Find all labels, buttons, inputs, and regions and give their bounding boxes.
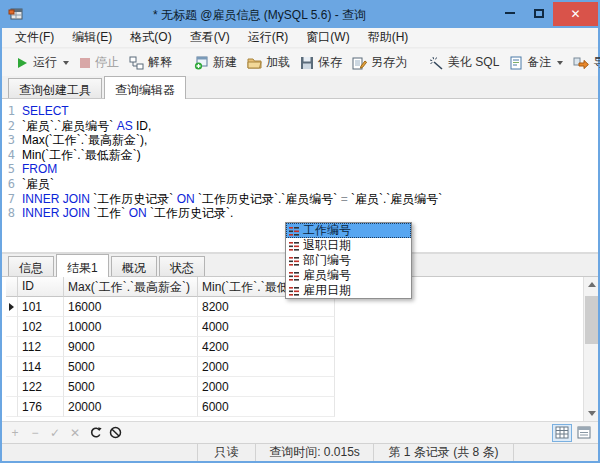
current-row-marker [6, 297, 18, 317]
menu-item-2[interactable]: 格式(O) [121, 27, 180, 48]
form-view-button[interactable] [574, 424, 594, 442]
minimize-button[interactable] [495, 2, 524, 24]
table-row: 11450002000 [6, 357, 583, 377]
table-cell[interactable]: 2000 [198, 377, 335, 397]
menu-item-1[interactable]: 编辑(E) [63, 27, 121, 48]
comment-label: 备注 [527, 54, 551, 71]
line-number: 1 [2, 104, 22, 119]
table-cell[interactable]: 176 [18, 397, 64, 417]
save-as-label: 另存为 [371, 54, 407, 71]
beautify-sql-icon [429, 56, 444, 70]
autocomplete-item-4[interactable]: 雇用日期 [286, 283, 411, 298]
current-row-marker [6, 397, 18, 417]
save-button[interactable]: 保存 [295, 51, 347, 74]
result-tab-1[interactable]: 结果1 [56, 254, 109, 277]
discard-button[interactable]: ✕ [66, 425, 84, 441]
save-as-button[interactable]: 另存为 [347, 51, 412, 74]
field-icon [288, 240, 300, 252]
load-label: 加载 [266, 54, 290, 71]
stop-icon [79, 57, 91, 69]
menu-item-4[interactable]: 运行(R) [239, 27, 298, 48]
sql-line: 3Max(`工作`.`最高薪金`), [2, 133, 598, 148]
menu-item-6[interactable]: 帮助(H) [359, 27, 418, 48]
doc-tab-0[interactable]: 查询创建工具 [8, 78, 102, 98]
table-cell[interactable]: 16000 [64, 297, 198, 317]
grid-header-1[interactable]: Max(`工作`.`最高薪金`) [64, 277, 198, 297]
table-cell[interactable]: 101 [18, 297, 64, 317]
close-button[interactable]: ✕ [553, 2, 598, 26]
form-view-icon [577, 426, 591, 439]
menu-item-5[interactable]: 窗口(W) [297, 27, 358, 48]
table-cell[interactable]: 6000 [198, 397, 335, 417]
maximize-button[interactable] [524, 2, 553, 24]
table-cell[interactable]: 9000 [64, 337, 198, 357]
result-tab-3[interactable]: 状态 [159, 256, 205, 276]
autocomplete-item-label: 雇用日期 [303, 282, 351, 299]
menu-item-3[interactable]: 查看(V) [181, 27, 239, 48]
sql-keyword: INNER JOIN [22, 206, 90, 220]
table-cell[interactable]: 5000 [64, 357, 198, 377]
apply-button[interactable]: ✓ [46, 425, 64, 441]
sql-code: INNER JOIN `工作历史记录` ON `工作历史记录`.`雇员编号` =… [22, 192, 442, 207]
explain-button[interactable]: 解释 [124, 51, 177, 74]
table-cell[interactable]: 8200 [198, 297, 335, 317]
table-cell[interactable]: 114 [18, 357, 64, 377]
line-number: 6 [2, 177, 22, 192]
add-record-button[interactable]: + [6, 425, 24, 441]
stop-button[interactable]: 停止 [74, 51, 124, 74]
current-row-marker [6, 337, 18, 357]
beautify-sql-button[interactable]: 美化 SQL [424, 51, 504, 74]
current-row-marker [6, 357, 18, 377]
stop-query-button[interactable] [106, 425, 124, 441]
table-cell[interactable]: 4000 [198, 317, 335, 337]
status-empty [514, 444, 598, 461]
table-cell[interactable]: 112 [18, 337, 64, 357]
table-cell[interactable]: 4200 [198, 337, 335, 357]
load-button[interactable]: 加载 [242, 51, 295, 74]
sql-code: `雇员`.`雇员编号` AS ID, [22, 119, 151, 134]
comment-dropdown-icon [557, 61, 563, 65]
autocomplete-item-1[interactable]: 退职日期 [286, 238, 411, 253]
scroll-down-button[interactable] [584, 406, 599, 421]
run-dropdown-icon [63, 61, 69, 65]
line-number: 5 [2, 162, 22, 177]
doc-tab-1[interactable]: 查询编辑器 [104, 76, 186, 99]
line-number: 8 [2, 206, 22, 221]
menu-item-0[interactable]: 文件(F) [6, 27, 63, 48]
table-cell[interactable]: 5000 [64, 377, 198, 397]
toolbar: 运行 停止 解释 新建 [2, 49, 598, 76]
line-number: 2 [2, 119, 22, 134]
table-row: 12250002000 [6, 377, 583, 397]
refresh-button[interactable] [86, 425, 104, 441]
sql-keyword: AS [117, 119, 133, 133]
sql-text: ID, [133, 119, 152, 133]
sql-keyword: ON [129, 206, 147, 220]
scrollbar-thumb[interactable] [585, 296, 598, 344]
save-label: 保存 [318, 54, 342, 71]
table-cell[interactable]: 20000 [64, 397, 198, 417]
run-button[interactable]: 运行 [10, 51, 74, 74]
current-row-marker [6, 317, 18, 337]
table-cell[interactable]: 122 [18, 377, 64, 397]
grid-vertical-scrollbar[interactable] [583, 277, 598, 421]
grid-header-0[interactable]: ID [18, 277, 64, 297]
table-cell[interactable]: 102 [18, 317, 64, 337]
new-button[interactable]: 新建 [189, 51, 242, 74]
export-button[interactable]: 导出 [568, 51, 600, 74]
autocomplete-item-3[interactable]: 雇员编号 [286, 268, 411, 283]
sql-code: Max(`工作`.`最高薪金`), [22, 133, 147, 148]
autocomplete-item-2[interactable]: 部门编号 [286, 253, 411, 268]
delete-record-button[interactable]: − [26, 425, 44, 441]
table-cell[interactable]: 10000 [64, 317, 198, 337]
comment-button[interactable]: 备注 [504, 51, 568, 74]
sql-text: `雇员`.`雇员编号` [348, 192, 443, 206]
scroll-up-button[interactable] [584, 277, 599, 292]
autocomplete-item-0[interactable]: 工作编号 [286, 223, 411, 238]
status-record-counter: 第 1 条记录 (共 8 条) [374, 444, 514, 461]
explain-label: 解释 [148, 54, 172, 71]
result-tab-2[interactable]: 概况 [111, 256, 157, 276]
grid-view-button[interactable] [552, 424, 572, 442]
table-cell[interactable]: 2000 [198, 357, 335, 377]
comment-icon [509, 56, 523, 70]
result-tab-0[interactable]: 信息 [8, 256, 54, 276]
